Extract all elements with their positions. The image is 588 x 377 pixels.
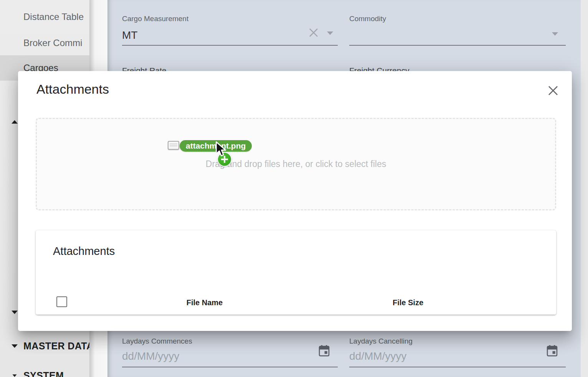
sidebar-item-distance-table[interactable]: Distance Table [0, 5, 89, 29]
field-label: Cargo Measurement [122, 15, 338, 23]
dropzone-hint: Drag and drop files here, or click to se… [206, 159, 386, 169]
column-header-file-name: File Name [112, 298, 297, 307]
field-underline [349, 45, 566, 46]
file-dropzone[interactable]: Drag and drop files here, or click to se… [36, 118, 556, 210]
field-underline [122, 45, 338, 46]
clear-icon[interactable] [307, 26, 320, 39]
attachments-card: Attachments File Name File Size [36, 230, 556, 315]
field-label: Laydays Cancelling [349, 337, 566, 346]
section-collapse-icon[interactable] [12, 120, 18, 124]
section-label: SYSTEM [23, 370, 64, 377]
sidebar-section-system[interactable]: SYSTEM [0, 369, 89, 377]
field-label: Laydays Commences [122, 337, 338, 346]
column-header-file-size: File Size [327, 298, 489, 307]
chevron-down-icon [12, 374, 17, 377]
attachments-dialog: Attachments Drag and drop files here, or… [18, 71, 572, 331]
field-underline [122, 367, 338, 367]
cursor-icon [215, 141, 229, 159]
laydays-cancelling-input[interactable] [349, 350, 518, 362]
laydays-commences-field: Laydays Commences [122, 337, 338, 362]
select-all-checkbox[interactable] [56, 296, 67, 307]
commodity-field: Commodity [349, 15, 566, 41]
laydays-cancelling-field: Laydays Cancelling [349, 337, 566, 362]
field-label: Commodity [349, 15, 566, 23]
section-label: MASTER DATA [23, 341, 89, 352]
chevron-down-icon[interactable] [327, 31, 333, 35]
calendar-icon[interactable] [319, 345, 330, 357]
chevron-down-icon [12, 344, 18, 348]
sidebar-item-label: Broker Commi [23, 38, 82, 48]
dialog-title: Attachments [36, 82, 109, 97]
drag-file-thumbnail-icon [168, 141, 179, 150]
sidebar-section-master-data[interactable]: MASTER DATA [0, 339, 89, 352]
sidebar-item-broker-commission[interactable]: Broker Commi [0, 31, 89, 55]
section-expand-icon[interactable] [12, 311, 18, 314]
field-underline [349, 367, 566, 367]
close-icon[interactable] [547, 84, 560, 97]
cargo-measurement-input[interactable] [122, 29, 291, 41]
cargo-measurement-field: Cargo Measurement [122, 15, 338, 41]
sidebar-item-label: Distance Table [23, 12, 84, 22]
chevron-down-icon[interactable] [552, 32, 558, 36]
commodity-input[interactable] [349, 29, 541, 41]
table-header-row: File Name File Size [36, 289, 556, 315]
laydays-commences-input[interactable] [122, 350, 291, 362]
card-title: Attachments [53, 245, 115, 258]
calendar-icon[interactable] [547, 345, 558, 357]
